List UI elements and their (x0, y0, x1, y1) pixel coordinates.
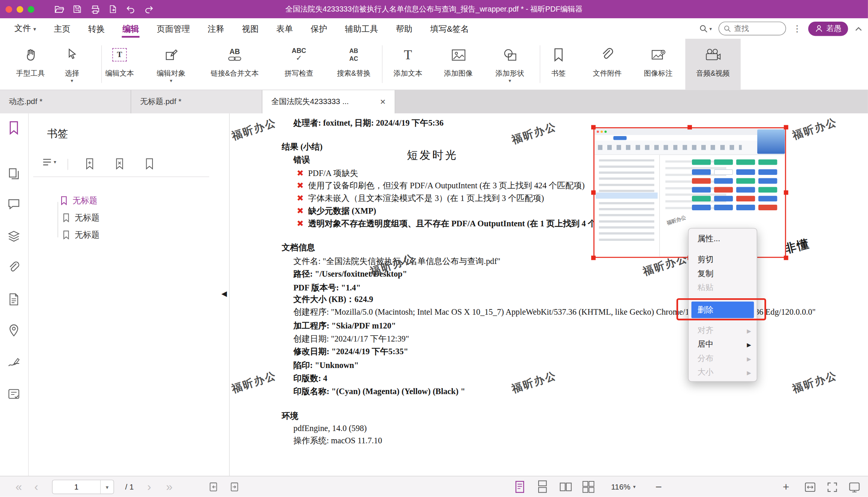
menu-home[interactable]: 主页 (54, 18, 70, 39)
close-tab-icon[interactable]: ✕ (367, 98, 386, 106)
resize-handle-n[interactable] (687, 125, 692, 129)
tool-edit-text[interactable]: T 编辑文本 (96, 43, 143, 79)
next-view-icon[interactable] (229, 476, 240, 497)
close-window-button[interactable] (6, 6, 12, 13)
menu-protect[interactable]: 保护 (311, 18, 328, 39)
menu-file[interactable]: 文件 ▾ (15, 18, 36, 39)
redo-icon[interactable] (144, 5, 154, 14)
view-facing-icon[interactable] (559, 476, 573, 497)
print-icon[interactable] (90, 4, 100, 14)
open-file-icon[interactable] (54, 4, 64, 14)
tool-spell-check[interactable]: ABC✓ 拼写检查 (274, 43, 324, 79)
error-x-icon: ✖ (297, 180, 304, 191)
minimize-window-button[interactable] (17, 6, 23, 13)
context-menu-cut[interactable]: 剪切 (689, 253, 757, 267)
menu-edit[interactable]: 编辑 (122, 18, 139, 39)
tool-audio-video[interactable]: 音频&视频 (685, 39, 740, 90)
tool-add-text[interactable]: T 添加文本 (386, 43, 430, 79)
tool-link-join-text[interactable]: AB 链接&合并文本 (201, 43, 268, 79)
menu-accessibility[interactable]: 辅助工具 (345, 18, 378, 39)
view-single-page-icon[interactable] (514, 476, 526, 497)
view-continuous-icon[interactable] (536, 476, 549, 497)
menu-page-management[interactable]: 页面管理 (157, 18, 190, 39)
first-page-icon[interactable]: « (16, 476, 22, 497)
tool-bookmark[interactable]: 书签 (541, 43, 576, 79)
menu-form[interactable]: 表单 (276, 18, 293, 39)
presentation-mode-icon[interactable] (848, 476, 861, 497)
page-dropdown-icon[interactable]: ▾ (100, 480, 114, 494)
attachment-icon (584, 43, 631, 66)
page-number-box[interactable]: ▾ (52, 480, 114, 494)
tool-add-image[interactable]: 添加图像 (435, 43, 482, 79)
bookmark-item-3[interactable]: 无标题 (62, 230, 100, 240)
view-continuous-facing-icon[interactable] (582, 476, 595, 497)
tool-add-shape[interactable]: 添加形状 ▾ (486, 43, 533, 83)
document-panel-icon[interactable] (7, 293, 21, 306)
resize-handle-nw[interactable] (591, 125, 596, 129)
error-x-icon: ✖ (297, 193, 304, 203)
maximize-window-button[interactable] (28, 6, 34, 13)
context-menu-properties[interactable]: 属性... (689, 232, 757, 246)
add-bookmark-icon[interactable] (84, 158, 95, 170)
search-tools-dropdown[interactable]: ▾ (699, 24, 712, 33)
more-options-icon[interactable]: ⋮ (793, 23, 802, 34)
search-input[interactable] (734, 24, 778, 32)
submenu-arrow-icon: ▶ (747, 366, 751, 380)
tool-file-attachment[interactable]: 文件附件 (584, 43, 631, 79)
page-number-input[interactable] (53, 482, 100, 491)
find-search-box[interactable] (718, 22, 786, 35)
fit-page-icon[interactable] (804, 476, 817, 497)
expand-bookmark-icon[interactable] (144, 158, 155, 170)
attachments-panel-icon[interactable] (7, 261, 21, 274)
resize-handle-ne[interactable] (784, 125, 788, 129)
video-camera-icon (685, 43, 740, 66)
resize-handle-w[interactable] (591, 190, 596, 195)
context-menu-copy[interactable]: 复制 (689, 267, 757, 280)
tool-image-annotation[interactable]: 图像标注 (635, 43, 681, 79)
previous-page-icon[interactable]: ‹ (34, 476, 38, 497)
bookmarks-panel-icon[interactable] (7, 121, 21, 135)
menu-view[interactable]: 视图 (242, 18, 259, 39)
last-page-icon[interactable]: » (166, 476, 172, 497)
fullscreen-icon[interactable] (826, 476, 839, 497)
tool-hand[interactable]: 手型工具 (8, 43, 53, 79)
watermark: 福昕办公 (790, 368, 839, 396)
bookmark-item-1[interactable]: 无标题 (60, 195, 97, 206)
layers-panel-icon[interactable] (7, 230, 21, 243)
document-tab-1[interactable]: 动态.pdf * (0, 90, 131, 113)
tool-search-replace[interactable]: ABAC 搜索&替换 (327, 43, 380, 79)
delete-bookmark-icon[interactable] (114, 158, 125, 170)
menu-help[interactable]: 帮助 (396, 18, 413, 39)
save-icon[interactable] (72, 4, 82, 14)
zoom-in-button[interactable]: + (783, 476, 789, 497)
destinations-panel-icon[interactable] (7, 324, 21, 337)
resize-handle-se[interactable] (784, 256, 788, 260)
panel-divider (33, 176, 209, 177)
undo-icon[interactable] (126, 5, 136, 14)
zoom-out-button[interactable]: − (655, 476, 662, 497)
form-fields-panel-icon[interactable] (7, 387, 21, 401)
context-menu-center[interactable]: 居中▶ (689, 337, 757, 351)
menu-comment[interactable]: 注释 (208, 18, 225, 39)
resize-handle-sw[interactable] (591, 256, 596, 260)
bookmark-item-2[interactable]: 无标题 (62, 213, 100, 223)
comments-panel-icon[interactable] (7, 198, 21, 211)
collapse-ribbon-icon[interactable] (855, 26, 862, 31)
previous-view-icon[interactable] (208, 476, 219, 497)
bookmark-options-menu[interactable]: ▾ (42, 158, 56, 167)
pages-panel-icon[interactable] (7, 167, 21, 180)
signature-panel-icon[interactable] (7, 356, 21, 369)
document-tab-3-active[interactable]: 全国法院失4233333 ... ✕ (262, 90, 395, 113)
tool-select[interactable]: 选择 ▾ (55, 43, 88, 83)
document-tab-2[interactable]: 无标题.pdf * (131, 90, 263, 113)
tool-edit-object[interactable]: 编辑对象 ▾ (148, 43, 194, 83)
resize-handle-e[interactable] (784, 190, 788, 195)
menu-fill-sign[interactable]: 填写&签名 (430, 18, 469, 39)
zoom-level-dropdown[interactable]: 116% ▾ (611, 476, 636, 497)
document-page[interactable]: 福昕办公 福昕办公 福昕办公 福昕办公 福昕办公 福昕办公 福昕办公 福昕办公 … (230, 113, 868, 476)
export-icon[interactable] (109, 4, 117, 14)
menu-convert[interactable]: 转换 (88, 18, 105, 39)
user-account-button[interactable]: 若愚 (808, 21, 848, 36)
next-page-icon[interactable]: › (147, 476, 151, 497)
collapse-panel-handle[interactable]: ◀ (220, 285, 229, 302)
